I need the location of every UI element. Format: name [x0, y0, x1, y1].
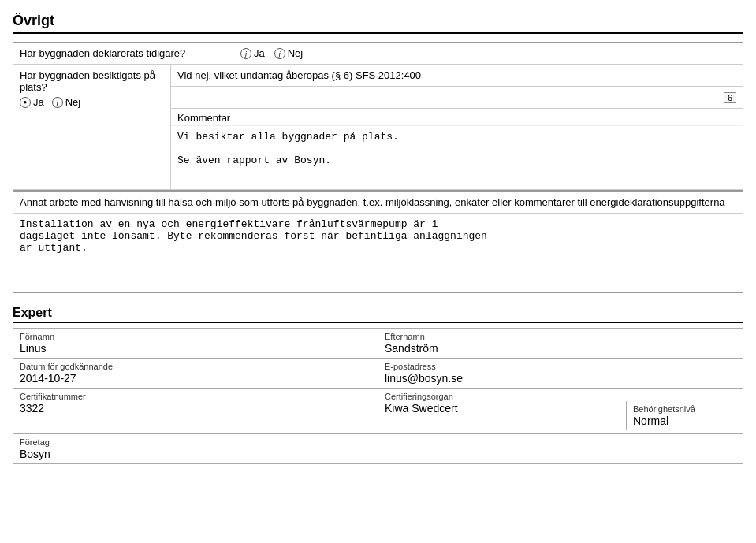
- cert-nr-cell: Certifikatnummer 3322: [13, 389, 378, 434]
- q2-exception-label: Vid nej, vilket undantag åberopas (§ 6) …: [171, 65, 743, 87]
- cert-nr-label: Certifikatnummer: [20, 392, 371, 401]
- q1-radio-group: j Ja j Nej: [240, 47, 303, 59]
- page-title: Övrigt: [13, 13, 743, 34]
- char-count-badge: 6: [724, 92, 736, 103]
- q2-left: Har byggnaden besiktigats på plats? Ja j…: [13, 65, 171, 189]
- comment-label: Kommentar: [171, 109, 743, 126]
- q2-ja-label: Ja: [33, 96, 44, 108]
- fornamn-value: Linus: [20, 341, 371, 355]
- annat-header: Annat arbete med hänvisning till hälsa o…: [13, 192, 743, 214]
- foretag-label: Företag: [20, 437, 736, 447]
- q1-nej-radio[interactable]: j: [274, 48, 285, 59]
- email-value: linus@bosyn.se: [385, 371, 736, 385]
- q2-nej-radio[interactable]: j: [52, 97, 63, 108]
- foretag-cell: Företag Bosyn: [13, 434, 743, 464]
- q2-ja-option[interactable]: Ja: [20, 96, 44, 108]
- q2-right: Vid nej, vilket undantag åberopas (§ 6) …: [171, 65, 743, 189]
- q2-row: Har byggnaden besiktigats på plats? Ja j…: [13, 65, 743, 190]
- q1-ja-radio[interactable]: j: [240, 48, 251, 59]
- expert-foretag-row: Företag Bosyn: [13, 434, 743, 464]
- foretag-value: Bosyn: [20, 447, 736, 460]
- expert-cert-row: Certifikatnummer 3322 Certifieringsorgan…: [13, 389, 743, 434]
- cert-organ-label: Certifieringsorgan: [385, 392, 736, 401]
- expert-title: Expert: [13, 306, 743, 323]
- efternamn-value: Sandström: [385, 341, 736, 355]
- expert-date-email-row: Datum för godkännande 2014-10-27 E-posta…: [13, 359, 743, 389]
- expert-table: Förnamn Linus Efternamn Sandström Datum …: [13, 328, 743, 464]
- datum-value: 2014-10-27: [20, 371, 371, 385]
- annat-textarea[interactable]: Installation av en nya och energieffekti…: [13, 214, 743, 292]
- q1-nej-label: Nej: [288, 47, 304, 59]
- fornamn-label: Förnamn: [20, 332, 371, 341]
- behorighet-value: Normal: [633, 414, 730, 427]
- annat-section: Annat arbete med hänvisning till hälsa o…: [13, 191, 743, 293]
- efternamn-cell: Efternamn Sandström: [378, 329, 743, 359]
- q2-nej-label: Nej: [65, 96, 81, 108]
- q1-row: Har byggnaden deklarerats tidigare? j Ja…: [13, 43, 743, 65]
- efternamn-label: Efternamn: [385, 332, 736, 341]
- expert-name-row: Förnamn Linus Efternamn Sandström: [13, 329, 743, 359]
- datum-cell: Datum för godkännande 2014-10-27: [13, 359, 378, 389]
- cert-organ-value: Kiwa Swedcert: [385, 401, 626, 415]
- q2-ja-radio[interactable]: [20, 97, 31, 108]
- cert-organ-cell: Certifieringsorgan Kiwa Swedcert Behörig…: [378, 389, 743, 434]
- behorighet-label: Behörighetsnivå: [633, 404, 730, 414]
- q1-ja-label: Ja: [254, 47, 265, 59]
- datum-label: Datum för godkännande: [20, 362, 371, 371]
- q1-ja-option[interactable]: j Ja: [240, 47, 265, 59]
- q1-answer: j Ja j Nej: [240, 47, 736, 59]
- q2-label: Har byggnaden besiktigats på plats?: [20, 69, 164, 93]
- q2-nej-option[interactable]: j Nej: [52, 96, 81, 108]
- comment-textarea[interactable]: Vi besiktar alla byggnader på plats. Se …: [171, 126, 743, 189]
- fornamn-cell: Förnamn Linus: [13, 329, 378, 359]
- q1-nej-option[interactable]: j Nej: [274, 47, 304, 59]
- q2-radio-group: Ja j Nej: [20, 96, 164, 108]
- expert-section: Expert Förnamn Linus Efternamn Sandström…: [13, 306, 743, 464]
- q1-label: Har byggnaden deklarerats tidigare?: [20, 47, 240, 59]
- cert-nr-value: 3322: [20, 401, 371, 415]
- email-label: E-postadress: [385, 362, 736, 371]
- email-cell: E-postadress linus@bosyn.se: [378, 359, 743, 389]
